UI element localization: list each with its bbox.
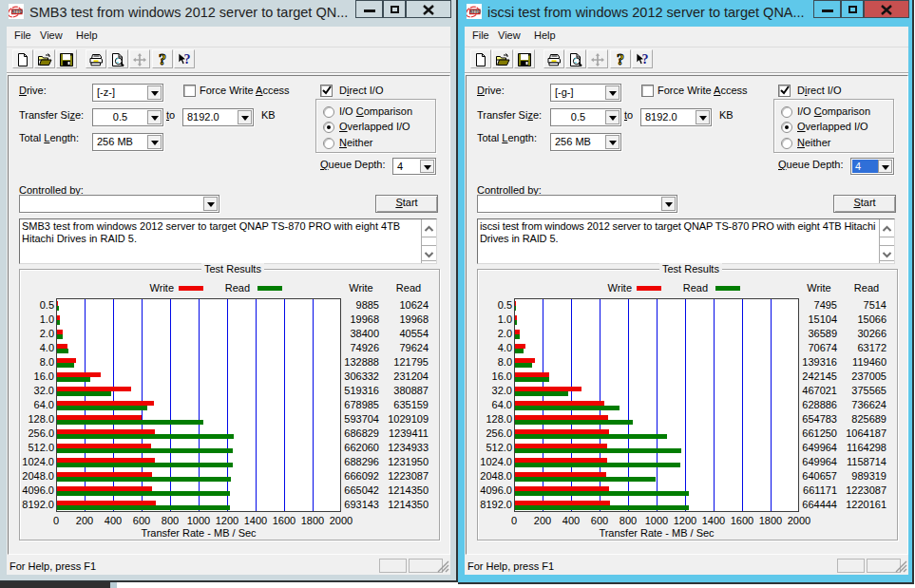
svg-text:ATTO: ATTO [469,9,481,14]
svg-text:ATTO: ATTO [11,9,23,14]
svg-text:?: ? [617,52,624,67]
svg-text:?: ? [159,52,166,67]
